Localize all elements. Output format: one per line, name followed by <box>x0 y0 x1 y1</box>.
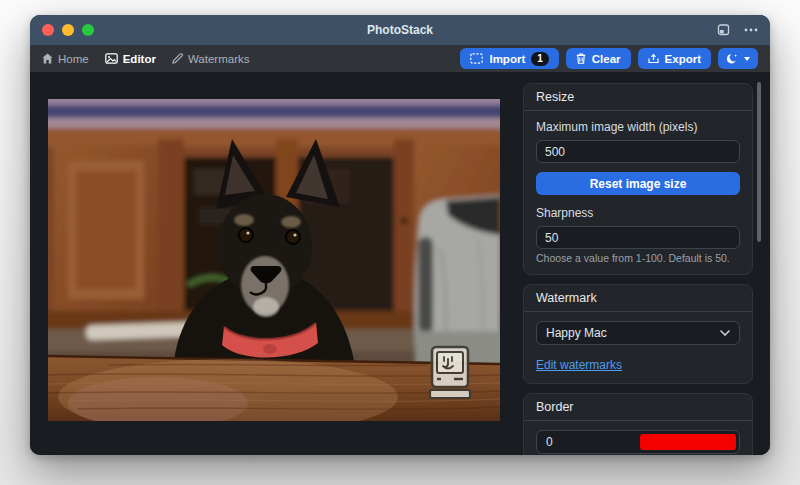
sharpness-hint: Choose a value from 1-100. Default is 50… <box>536 252 740 264</box>
close-button[interactable] <box>42 24 54 36</box>
navbar: Home Editor Watermarks Import 1 <box>30 45 770 72</box>
sharpness-label: Sharpness <box>536 206 740 220</box>
border-card: Border 0 <box>523 393 753 455</box>
nav-tab-label: Home <box>58 53 89 65</box>
import-count-badge: 1 <box>531 52 549 66</box>
watermark-card: Watermark Happy Mac Edit watermarks <box>523 284 753 384</box>
border-color-swatch[interactable] <box>640 434 736 450</box>
import-button[interactable]: Import 1 <box>460 48 558 69</box>
trash-icon <box>576 53 586 64</box>
sharpness-input[interactable] <box>536 226 740 249</box>
home-icon <box>42 53 53 64</box>
clear-button[interactable]: Clear <box>566 48 631 69</box>
edit-watermarks-link[interactable]: Edit watermarks <box>536 358 622 372</box>
titlebar: PhotoStack <box>30 15 770 45</box>
nav-tab-editor[interactable]: Editor <box>105 53 156 65</box>
chevron-down-icon <box>744 57 750 61</box>
pencil-icon <box>172 53 183 64</box>
nav-tab-label: Watermarks <box>188 53 250 65</box>
settings-panel: Resize Maximum image width (pixels) Rese… <box>523 72 753 455</box>
max-width-input[interactable] <box>536 140 740 163</box>
export-label: Export <box>665 53 701 65</box>
image-icon <box>105 53 118 64</box>
photo-canvas[interactable] <box>48 99 500 421</box>
theme-toggle-button[interactable] <box>718 48 758 69</box>
window-title: PhotoStack <box>30 23 770 37</box>
moon-icon <box>726 53 738 65</box>
nav-tab-home[interactable]: Home <box>42 53 89 65</box>
watermark-selected-value: Happy Mac <box>546 326 607 340</box>
traffic-lights <box>42 24 94 36</box>
nav-tab-watermarks[interactable]: Watermarks <box>172 53 250 65</box>
watermark-select[interactable]: Happy Mac <box>536 321 740 345</box>
reset-image-size-button[interactable]: Reset image size <box>536 172 740 195</box>
nav-tab-label: Editor <box>123 53 156 65</box>
panel-scrollbar[interactable] <box>757 82 761 242</box>
export-icon <box>648 53 659 64</box>
border-card-title: Border <box>524 394 752 421</box>
border-width-input[interactable]: 0 <box>536 430 740 454</box>
border-width-value: 0 <box>546 435 640 449</box>
window-layout-icon[interactable] <box>717 24 730 36</box>
export-button[interactable]: Export <box>638 48 711 69</box>
minimize-button[interactable] <box>62 24 74 36</box>
resize-card-title: Resize <box>524 84 752 111</box>
zoom-button[interactable] <box>82 24 94 36</box>
happy-mac-watermark <box>430 347 470 398</box>
app-window: PhotoStack Home <box>30 15 770 455</box>
main-content: Resize Maximum image width (pixels) Rese… <box>30 72 770 455</box>
import-icon <box>470 53 483 64</box>
import-label: Import <box>489 53 525 65</box>
more-options-icon[interactable] <box>744 28 758 32</box>
max-width-label: Maximum image width (pixels) <box>536 120 740 134</box>
chevron-down-icon <box>720 330 730 336</box>
resize-card: Resize Maximum image width (pixels) Rese… <box>523 83 753 275</box>
clear-label: Clear <box>592 53 621 65</box>
watermark-card-title: Watermark <box>524 285 752 312</box>
